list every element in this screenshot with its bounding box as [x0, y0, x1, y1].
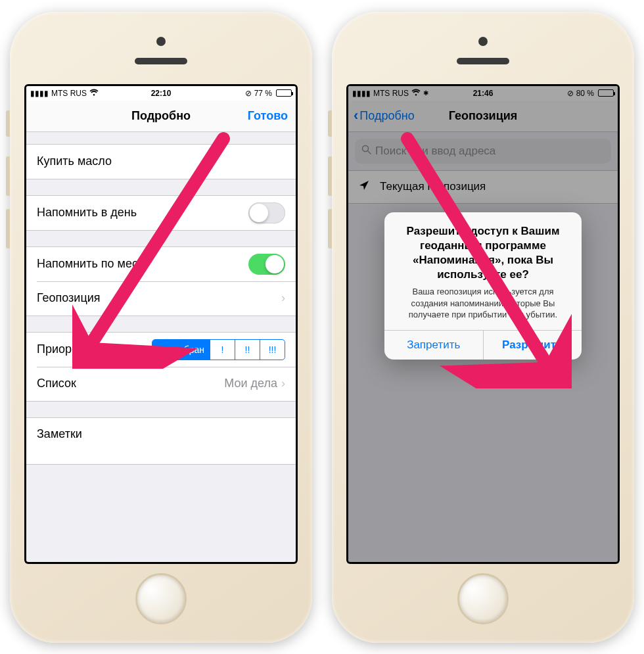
screen: ▮▮▮▮ MTS RUS 22:10 ⊘ 77 % Подробно Готов…: [26, 86, 296, 562]
earpiece: [457, 58, 509, 64]
chevron-right-icon: ›: [281, 291, 285, 305]
reminder-title-field[interactable]: Купить масло: [26, 145, 296, 179]
phone-right: ▮▮▮▮ MTS RUS ✱ 21:46 ⊘ 80 % ‹ Подро: [332, 12, 634, 643]
camera-dot: [156, 37, 166, 46]
priority-med[interactable]: !!: [235, 340, 260, 360]
phone-left: ▮▮▮▮ MTS RUS 22:10 ⊘ 77 % Подробно Готов…: [10, 12, 312, 643]
priority-row[interactable]: Приоритет Не выбран ! !! !!!: [26, 333, 296, 367]
priority-label: Приоритет: [37, 342, 95, 356]
volume-down: [328, 209, 332, 248]
status-bar: ▮▮▮▮ MTS RUS 22:10 ⊘ 77 %: [26, 86, 296, 101]
priority-high[interactable]: !!!: [260, 340, 285, 360]
screen: ▮▮▮▮ MTS RUS ✱ 21:46 ⊘ 80 % ‹ Подро: [348, 86, 618, 562]
priority-none[interactable]: Не выбран: [152, 340, 210, 360]
carrier-label: MTS RUS: [51, 89, 87, 98]
alert-title: Разрешить доступ к Вашим геоданным прогр…: [395, 224, 571, 282]
remind-place-row[interactable]: Напомнить по месту: [26, 247, 296, 281]
notes-row[interactable]: Заметки: [26, 418, 296, 464]
chevron-right-icon: ›: [281, 377, 285, 390]
home-button[interactable]: [135, 573, 187, 624]
clock: 22:10: [151, 89, 172, 98]
screen-frame: ▮▮▮▮ MTS RUS 22:10 ⊘ 77 % Подробно Готов…: [24, 84, 298, 564]
done-button[interactable]: Готово: [248, 109, 288, 123]
remind-place-label: Напомнить по месту: [37, 257, 149, 271]
mute-switch: [6, 110, 10, 137]
battery-pct: 77 %: [254, 89, 272, 98]
reminder-title-text: Купить масло: [37, 154, 112, 168]
remind-day-toggle[interactable]: [248, 202, 285, 223]
nav-bar: Подробно Готово: [26, 101, 296, 132]
notes-label: Заметки: [37, 427, 82, 441]
alert-message: Ваша геопозиция используется для создани…: [395, 286, 571, 321]
volume-up: [6, 156, 10, 196]
priority-segmented[interactable]: Не выбран ! !! !!!: [152, 339, 285, 360]
content: Купить масло Напомнить в день Напомнить …: [26, 144, 296, 465]
priority-low[interactable]: !: [210, 340, 235, 360]
remind-place-toggle[interactable]: [248, 254, 285, 275]
battery-icon: [276, 89, 292, 97]
signal-icon: ▮▮▮▮: [30, 89, 49, 98]
list-value: Мои дела: [224, 377, 277, 390]
rotation-lock-icon: ⊘: [245, 89, 252, 98]
remind-day-label: Напомнить в день: [37, 206, 137, 220]
location-row[interactable]: Геопозиция ›: [26, 281, 296, 315]
alert-allow-button[interactable]: Разрешить: [483, 331, 582, 360]
screen-frame: ▮▮▮▮ MTS RUS ✱ 21:46 ⊘ 80 % ‹ Подро: [346, 84, 620, 564]
list-row[interactable]: Список Мои дела ›: [26, 367, 296, 401]
mute-switch: [328, 110, 332, 137]
camera-dot: [478, 37, 488, 46]
permission-alert: Разрешить доступ к Вашим геоданным прогр…: [384, 212, 582, 360]
volume-down: [6, 209, 10, 248]
page-title: Подробно: [131, 109, 191, 123]
wifi-icon: [89, 89, 99, 98]
remind-day-row[interactable]: Напомнить в день: [26, 196, 296, 230]
earpiece: [135, 58, 187, 64]
volume-up: [328, 156, 332, 196]
home-button[interactable]: [457, 573, 509, 624]
list-label: Список: [37, 377, 76, 390]
alert-deny-button[interactable]: Запретить: [384, 331, 483, 360]
location-label: Геопозиция: [37, 291, 101, 305]
